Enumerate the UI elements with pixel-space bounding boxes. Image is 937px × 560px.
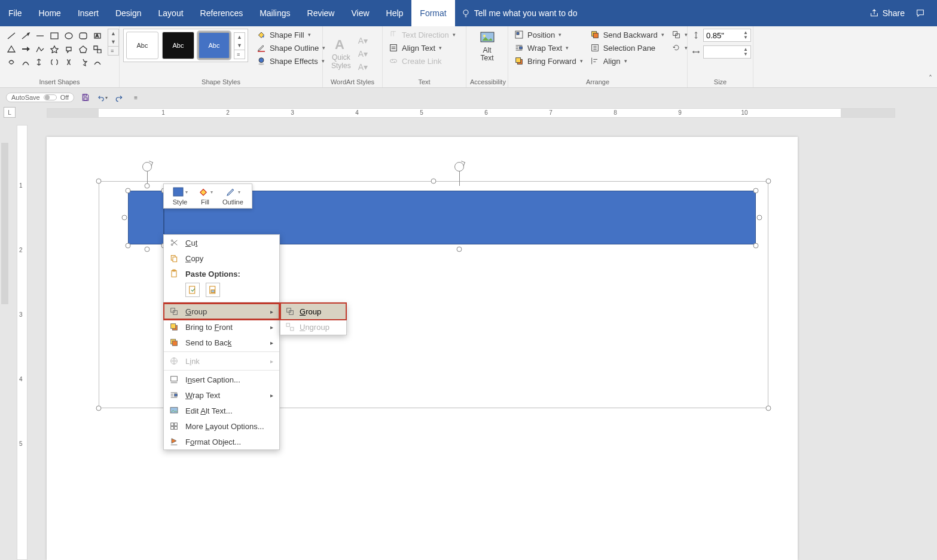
horizontal-ruler[interactable]: 12345678910	[47, 108, 895, 118]
selection-handle[interactable]	[766, 179, 771, 184]
ctx-more-layout-options[interactable]: More Layout Options...	[164, 418, 279, 434]
vruler-mark: 5	[19, 440, 23, 447]
ruler-mark: 2	[226, 109, 230, 116]
tab-file[interactable]: File	[0, 0, 30, 26]
selection-handle[interactable]	[753, 243, 759, 249]
autosave-toggle[interactable]: AutoSave Off	[6, 93, 74, 102]
selection-pane-button[interactable]: Selection Pane	[588, 42, 667, 54]
ctx-group[interactable]: Group ▸	[164, 304, 279, 319]
selection-handle[interactable]	[122, 215, 127, 221]
document-canvas: 12345 ▾	[0, 119, 937, 560]
ctx-edit-alt-text[interactable]: Edit Alt Text...	[164, 403, 279, 418]
text-outline-icon[interactable]: A▾	[358, 49, 368, 59]
tab-mailings[interactable]: Mailings	[251, 0, 298, 26]
tab-view[interactable]: View	[343, 0, 377, 26]
comments-icon[interactable]	[915, 8, 925, 18]
tab-help[interactable]: Help	[378, 0, 412, 26]
selection-handle[interactable]	[145, 247, 150, 252]
mini-fill-button[interactable]: ▾ Fill	[193, 186, 218, 206]
ctx-send-to-back[interactable]: Send to Back ▸	[164, 335, 279, 350]
layout-options-icon	[169, 421, 179, 431]
shape-effects-button[interactable]: Shape Effects▾	[254, 55, 328, 67]
ribbon: A ▲ ▼ ≡ Insert Shape	[0, 26, 937, 88]
svg-rect-40	[171, 308, 175, 313]
selection-handle[interactable]	[126, 188, 131, 194]
svg-rect-28	[84, 94, 87, 96]
shape-height-input[interactable]: 0.85" ▲▼	[703, 29, 751, 42]
mini-style-button[interactable]: ▾ Style	[167, 186, 193, 206]
page[interactable]: ▾ Style ▾ Fill ▾ Outline	[47, 137, 798, 560]
bring-forward-button[interactable]: Bring Forward▾	[512, 55, 585, 67]
collapse-ribbon-button[interactable]: ˄	[929, 74, 932, 82]
tab-selector[interactable]: L	[4, 107, 16, 118]
selection-handle[interactable]	[431, 179, 437, 184]
tell-me-search[interactable]: Tell me what you want to do	[461, 0, 578, 26]
selection-handle[interactable]	[145, 183, 150, 189]
redo-button[interactable]	[114, 92, 124, 103]
selection-handle[interactable]	[457, 247, 462, 252]
tab-references[interactable]: References	[192, 0, 252, 26]
shape-outline-button[interactable]: Shape Outline▾	[254, 42, 328, 54]
mini-outline-button[interactable]: ▾ Outline	[218, 186, 248, 206]
paste-use-destination[interactable]	[185, 283, 200, 297]
vertical-scrollbar-track[interactable]	[1, 143, 8, 304]
style-gallery-down[interactable]: ▼	[234, 41, 245, 50]
shape-width-input[interactable]: ▲▼	[703, 45, 751, 59]
ctx-cut[interactable]: Cut	[164, 235, 279, 250]
selection-handle[interactable]	[126, 243, 131, 249]
shape-rectangle-1[interactable]	[128, 191, 164, 244]
text-effects-icon[interactable]: A▾	[358, 62, 368, 72]
selection-handle[interactable]	[96, 179, 102, 184]
selection-handle[interactable]	[766, 406, 771, 411]
paste-picture[interactable]	[206, 283, 220, 297]
ctx-bring-to-front[interactable]: Bring to Front ▸	[164, 319, 279, 335]
qat-customize-button[interactable]: ≡	[130, 92, 141, 103]
wrap-text-button[interactable]: Wrap Text▾	[512, 42, 585, 54]
position-button[interactable]: Position▾	[512, 29, 585, 41]
shapes-scroll-up[interactable]: ▲	[108, 29, 118, 38]
ctx-copy[interactable]: Copy	[164, 250, 279, 266]
rotate-button[interactable]: ▾	[669, 42, 690, 54]
shapes-scroll-down[interactable]: ▼	[108, 38, 118, 46]
alt-text-button[interactable]: Alt Text	[475, 29, 500, 65]
tab-insert[interactable]: Insert	[69, 0, 107, 26]
shape-fill-button[interactable]: Shape Fill▾	[254, 29, 328, 41]
align-button[interactable]: Align▾	[588, 55, 667, 67]
selection-handle[interactable]	[757, 215, 762, 221]
save-button[interactable]	[80, 92, 91, 103]
svg-rect-6	[80, 33, 87, 39]
tab-home[interactable]: Home	[30, 0, 69, 26]
text-direction-button[interactable]: Text Direction▾	[386, 29, 458, 41]
undo-button[interactable]: ▾	[97, 92, 108, 103]
text-fill-icon[interactable]: A▾	[358, 36, 368, 45]
tab-layout[interactable]: Layout	[150, 0, 192, 26]
shapes-gallery[interactable]: A	[4, 29, 105, 69]
create-link-button[interactable]: Create Link	[386, 55, 458, 67]
group-icon	[672, 30, 681, 39]
tab-review[interactable]: Review	[299, 0, 343, 26]
group-objects-button[interactable]: ▾	[669, 29, 690, 41]
tab-design[interactable]: Design	[107, 0, 150, 26]
vertical-ruler[interactable]: 12345	[17, 125, 28, 560]
ctx-wrap-text[interactable]: Wrap Text ▸	[164, 387, 279, 403]
shape-style-gallery[interactable]: Abc Abc Abc ▲ ▼ ≡	[123, 29, 248, 62]
selection-handle[interactable]	[753, 188, 759, 194]
quick-styles-button[interactable]: A Quick Styles	[326, 35, 356, 72]
rotate-handle[interactable]	[142, 162, 152, 172]
rotate-handle[interactable]	[454, 162, 464, 172]
send-backward-button[interactable]: Send Backward▾	[588, 29, 667, 41]
ctx-format-object[interactable]: Format Object...	[164, 434, 279, 449]
ctx-paste-options-row	[164, 281, 279, 301]
style-thumb-1[interactable]: Abc	[126, 32, 158, 59]
selection-handle[interactable]	[96, 406, 102, 411]
sub-group[interactable]: Group	[280, 304, 346, 319]
style-thumb-2[interactable]: Abc	[162, 32, 194, 59]
align-text-button[interactable]: Align Text▾	[386, 42, 458, 54]
style-thumb-3[interactable]: Abc	[198, 32, 230, 59]
style-gallery-more[interactable]: ≡	[234, 50, 245, 59]
tab-format[interactable]: Format	[411, 0, 454, 26]
style-gallery-up[interactable]: ▲	[234, 33, 245, 41]
share-button[interactable]: Share	[869, 8, 905, 18]
ctx-insert-caption[interactable]: Insert Caption...	[164, 372, 279, 387]
shapes-more[interactable]: ≡	[108, 46, 118, 55]
